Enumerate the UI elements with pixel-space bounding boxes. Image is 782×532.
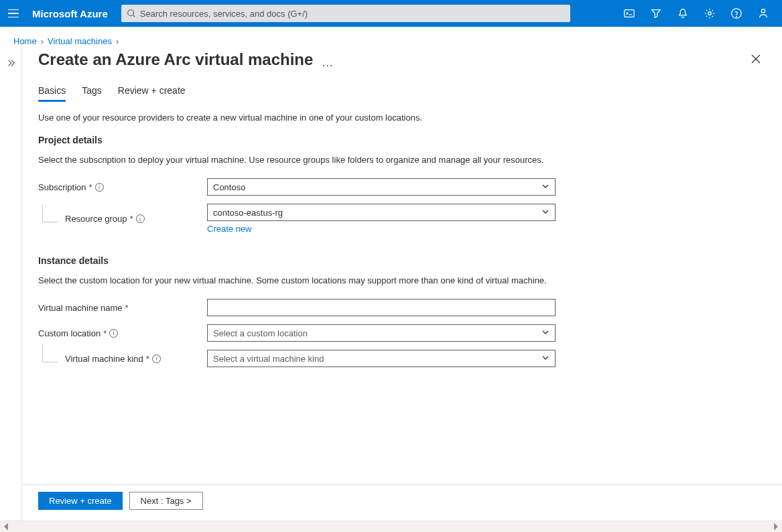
vm-kind-placeholder: Select a virtual machine kind (213, 354, 324, 364)
vm-name-label: Virtual machine name (38, 303, 123, 313)
svg-point-4 (708, 12, 712, 15)
instance-details-desc: Select the custom location for your new … (38, 275, 766, 285)
help-icon[interactable] (723, 0, 750, 27)
chevron-down-icon (541, 208, 549, 218)
svg-point-6 (736, 16, 737, 17)
info-icon[interactable]: i (136, 214, 145, 223)
vm-kind-row: Virtual machine kind * i Select a virtua… (38, 350, 766, 367)
wizard-footer: Review + create Next : Tags > (22, 484, 782, 521)
required-asterisk: * (89, 182, 92, 192)
feedback-icon[interactable] (750, 0, 777, 27)
svg-point-0 (128, 10, 134, 16)
info-icon[interactable]: i (109, 329, 118, 338)
scroll-right-icon[interactable] (771, 522, 781, 531)
tab-review-create[interactable]: Review + create (118, 85, 186, 102)
horizontal-scrollbar[interactable] (0, 521, 782, 532)
custom-location-row: Custom location * i Select a custom loca… (38, 324, 766, 342)
project-details-heading: Project details (38, 135, 766, 145)
resource-group-select[interactable]: contoso-eastus-rg (207, 204, 556, 221)
menu-toggle-icon[interactable] (5, 5, 21, 21)
expand-rail-icon[interactable] (6, 58, 15, 70)
header-icon-group (616, 0, 777, 27)
chevron-down-icon (541, 182, 549, 192)
custom-location-select[interactable]: Select a custom location (207, 324, 556, 342)
settings-gear-icon[interactable] (696, 0, 723, 27)
required-asterisk: * (103, 328, 107, 338)
directory-filter-icon[interactable] (643, 0, 669, 27)
breadcrumb: Home › Virtual machines › (0, 27, 782, 49)
subscription-value: Contoso (213, 182, 245, 192)
vm-kind-label: Virtual machine kind (65, 354, 143, 364)
top-header: Microsoft Azure (0, 0, 782, 27)
notifications-icon[interactable] (669, 0, 696, 27)
search-icon (127, 9, 136, 18)
required-asterisk: * (125, 303, 129, 313)
global-search[interactable] (121, 5, 570, 22)
vm-name-input[interactable] (207, 299, 556, 316)
breadcrumb-home[interactable]: Home (13, 36, 37, 46)
tab-tags[interactable]: Tags (82, 85, 102, 102)
page-title: Create an Azure Arc virtual machine (38, 50, 313, 69)
form-content: Use one of your resource providers to cr… (22, 102, 782, 484)
project-details-desc: Select the subscription to deploy your v… (38, 155, 766, 165)
resource-group-label: Resource group (65, 214, 127, 224)
brand-label: Microsoft Azure (32, 8, 108, 19)
custom-location-placeholder: Select a custom location (213, 328, 308, 338)
left-rail (0, 49, 22, 521)
resource-group-value: contoso-eastus-rg (213, 208, 283, 218)
info-icon[interactable]: i (95, 183, 104, 192)
resource-group-row: Resource group * i contoso-eastus-rg Cre… (38, 204, 766, 234)
chevron-right-icon: › (41, 36, 44, 46)
tab-basics[interactable]: Basics (38, 85, 66, 102)
subscription-select[interactable]: Contoso (207, 178, 556, 196)
svg-point-7 (761, 9, 765, 13)
more-ellipsis-icon[interactable]: … (321, 56, 334, 68)
close-blade-icon[interactable] (751, 54, 766, 66)
info-icon[interactable]: i (152, 354, 161, 363)
chevron-down-icon (541, 354, 549, 364)
scroll-left-icon[interactable] (1, 522, 11, 531)
review-create-button[interactable]: Review + create (38, 492, 123, 510)
chevron-down-icon (541, 328, 549, 338)
custom-location-label: Custom location (38, 328, 101, 338)
subscription-label: Subscription (38, 182, 86, 192)
chevron-right-icon: › (116, 36, 119, 46)
tab-bar: Basics Tags Review + create (22, 74, 782, 102)
instance-details-heading: Instance details (38, 255, 766, 266)
required-asterisk: * (146, 354, 149, 364)
breadcrumb-vm[interactable]: Virtual machines (48, 36, 112, 46)
search-input[interactable] (140, 9, 565, 19)
vm-kind-select[interactable]: Select a virtual machine kind (207, 350, 556, 367)
create-new-link[interactable]: Create new (207, 224, 251, 234)
cloud-shell-icon[interactable] (616, 0, 643, 27)
required-asterisk: * (130, 214, 133, 224)
svg-line-1 (133, 15, 135, 17)
page-header: Create an Azure Arc virtual machine … (22, 49, 782, 74)
next-tags-button[interactable]: Next : Tags > (129, 492, 203, 510)
svg-rect-2 (625, 10, 634, 17)
intro-text: Use one of your resource providers to cr… (38, 113, 766, 123)
vm-name-row: Virtual machine name * (38, 299, 766, 316)
main-panel: Create an Azure Arc virtual machine … Ba… (22, 49, 782, 521)
subscription-row: Subscription * i Contoso (38, 178, 766, 196)
